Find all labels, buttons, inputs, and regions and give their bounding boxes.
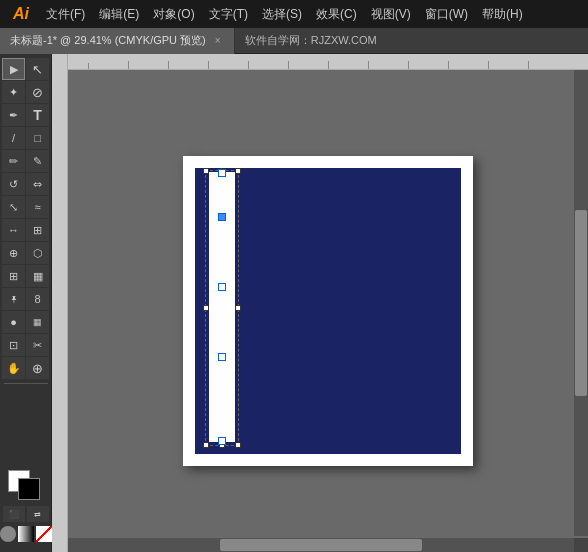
- perspective-grid-tool[interactable]: ⬡: [26, 242, 49, 264]
- shape-builder-tool[interactable]: ⊕: [2, 242, 25, 264]
- direct-selection-tool[interactable]: ↖: [26, 58, 49, 80]
- artboard[interactable]: [183, 156, 473, 466]
- anchor-point-top[interactable]: [218, 169, 226, 177]
- scrollbar-corner: [574, 538, 588, 552]
- default-colors-button[interactable]: ⬛: [3, 506, 25, 522]
- free-transform-tool[interactable]: ⊞: [26, 219, 49, 241]
- hand-tool[interactable]: ✋: [2, 357, 25, 379]
- color-mode-button[interactable]: [0, 526, 16, 542]
- fill-stroke-swatches: [8, 470, 44, 502]
- anchor-point-bottom[interactable]: [218, 437, 226, 445]
- warp-tool[interactable]: ≈: [26, 196, 49, 218]
- gradient-mode-button[interactable]: [18, 526, 34, 542]
- selected-path[interactable]: [209, 172, 235, 442]
- ruler-vertical: [52, 54, 68, 552]
- artboard-tool[interactable]: ⊡: [2, 334, 25, 356]
- menu-edit[interactable]: 编辑(E): [93, 4, 145, 25]
- blend-tool[interactable]: 8: [26, 288, 49, 310]
- scale-tool[interactable]: ⤡: [2, 196, 25, 218]
- gradient-tool[interactable]: ▦: [26, 265, 49, 287]
- type-tool[interactable]: T: [26, 104, 49, 126]
- menu-help[interactable]: 帮助(H): [476, 4, 529, 25]
- menu-view[interactable]: 视图(V): [365, 4, 417, 25]
- none-mode-button[interactable]: [36, 526, 52, 542]
- paintbrush-tool[interactable]: ✏: [2, 150, 25, 172]
- column-graph-tool[interactable]: ▦: [26, 311, 49, 333]
- menu-effect[interactable]: 效果(C): [310, 4, 363, 25]
- stroke-color[interactable]: [18, 478, 40, 500]
- lasso-tool[interactable]: ⊘: [26, 81, 49, 103]
- pen-tool[interactable]: ✒: [2, 104, 25, 126]
- anchor-point-1[interactable]: [218, 213, 226, 221]
- menu-select[interactable]: 选择(S): [256, 4, 308, 25]
- tab-website: 软件自学网：RJZXW.COM: [235, 33, 387, 48]
- width-tool[interactable]: ↔: [2, 219, 25, 241]
- symbol-sprayer-tool[interactable]: ●: [2, 311, 25, 333]
- ruler-horizontal: [52, 54, 588, 70]
- canvas-area[interactable]: [52, 54, 588, 552]
- anchor-point-2[interactable]: [218, 283, 226, 291]
- scrollbar-vertical[interactable]: [574, 70, 588, 536]
- rect-tool[interactable]: □: [26, 127, 49, 149]
- anchor-point-3[interactable]: [218, 353, 226, 361]
- menu-text[interactable]: 文字(T): [203, 4, 254, 25]
- mesh-tool[interactable]: ⊞: [2, 265, 25, 287]
- tab-label: 未标题-1* @ 29.41% (CMYK/GPU 预览): [10, 33, 206, 48]
- title-bar: Ai 文件(F) 编辑(E) 对象(O) 文字(T) 选择(S) 效果(C) 视…: [0, 0, 588, 28]
- menu-window[interactable]: 窗口(W): [419, 4, 474, 25]
- artboard-container: [183, 156, 473, 466]
- tab-bar: 未标题-1* @ 29.41% (CMYK/GPU 预览) × 软件自学网：RJ…: [0, 28, 588, 54]
- ai-logo: Ai: [6, 1, 36, 27]
- zoom-tool[interactable]: ⊕: [26, 357, 49, 379]
- menu-file[interactable]: 文件(F): [40, 4, 91, 25]
- eyedropper-tool[interactable]: 🖈: [2, 288, 25, 310]
- tab-active[interactable]: 未标题-1* @ 29.41% (CMYK/GPU 预览) ×: [0, 28, 235, 54]
- mirror-tool[interactable]: ⇔: [26, 173, 49, 195]
- slice-tool[interactable]: ✂: [26, 334, 49, 356]
- tab-close-button[interactable]: ×: [212, 35, 224, 47]
- line-tool[interactable]: /: [2, 127, 25, 149]
- swap-colors-button[interactable]: ⇄: [27, 506, 49, 522]
- main-layout: ▶ ↖ ✦ ⊘ ✒ T / □ ✏ ✎ ↺ ⇔ ⤡ ≈ ↔ ⊞: [0, 54, 588, 552]
- magic-wand-tool[interactable]: ✦: [2, 81, 25, 103]
- color-swatches: ⬛ ⇄: [0, 470, 52, 548]
- rotate-tool[interactable]: ↺: [2, 173, 25, 195]
- pencil-tool[interactable]: ✎: [26, 150, 49, 172]
- toolbar-separator: [4, 383, 48, 384]
- scrollbar-horizontal[interactable]: [68, 538, 574, 552]
- menu-bar: 文件(F) 编辑(E) 对象(O) 文字(T) 选择(S) 效果(C) 视图(V…: [40, 4, 582, 25]
- menu-object[interactable]: 对象(O): [147, 4, 200, 25]
- selection-tool[interactable]: ▶: [2, 58, 25, 80]
- toolbar: ▶ ↖ ✦ ⊘ ✒ T / □ ✏ ✎ ↺ ⇔ ⤡ ≈ ↔ ⊞: [0, 54, 52, 552]
